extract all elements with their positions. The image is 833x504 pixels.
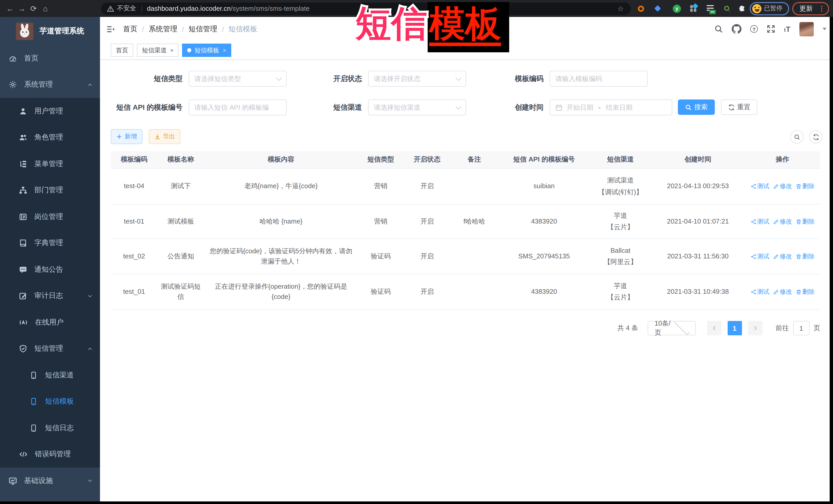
sidebar-item-0[interactable]: 首页 xyxy=(0,45,100,72)
hamburger-icon[interactable] xyxy=(106,25,115,33)
sidebar-item-10[interactable]: 在线用户 xyxy=(0,309,100,336)
test-action-link[interactable]: 测试 xyxy=(751,287,769,296)
cell: SMS_207945135 xyxy=(498,251,590,262)
trash-icon xyxy=(795,289,801,294)
chevron-down-icon xyxy=(674,319,690,335)
address-bar[interactable]: 不安全 dashboard.yudao.iocoder.cn /system/s… xyxy=(101,2,631,15)
delete-action-link[interactable]: 删除 xyxy=(795,182,814,191)
sidebar-item-6[interactable]: 岗位管理 xyxy=(0,203,100,230)
app-header: 首页/系统管理/短信管理/短信模板 ? tT xyxy=(100,17,829,41)
next-page-button[interactable] xyxy=(748,321,762,335)
test-action-link[interactable]: 测试 xyxy=(751,217,769,226)
edit-action-link[interactable]: 修改 xyxy=(773,182,792,191)
cell: 开启 xyxy=(404,251,451,262)
extension-ring-icon[interactable] xyxy=(635,0,647,17)
search-icon[interactable] xyxy=(714,25,723,33)
close-icon[interactable]: × xyxy=(170,47,173,53)
actions-cell: 测试修改删除 xyxy=(745,182,820,191)
delete-action-link[interactable]: 删除 xyxy=(795,217,814,226)
bookmark-star-icon[interactable]: ☆ xyxy=(617,0,624,17)
test-action-link[interactable]: 测试 xyxy=(751,251,769,261)
sidebar-item-13[interactable]: 短信模板 xyxy=(0,388,100,415)
chevron-down-icon xyxy=(276,75,282,81)
sidebar-item-9[interactable]: 审计日志 xyxy=(0,283,100,309)
delete-action-link[interactable]: 删除 xyxy=(795,251,814,261)
table-search-icon[interactable] xyxy=(790,130,804,144)
cell: 营销 xyxy=(358,216,404,226)
fullscreen-icon[interactable] xyxy=(767,25,775,33)
edit-action-link[interactable]: 修改 xyxy=(773,251,792,261)
sidebar-item-7[interactable]: 字典管理 xyxy=(0,230,100,256)
actions-cell: 测试修改删除 xyxy=(745,287,820,296)
extensions-puzzle-icon[interactable] xyxy=(736,0,748,17)
extension-magnifier-icon[interactable] xyxy=(721,0,733,17)
github-icon[interactable] xyxy=(732,24,741,34)
search-button[interactable]: 搜索 xyxy=(678,99,715,115)
browser-back-icon[interactable]: ← xyxy=(4,4,16,13)
extension-grid-icon[interactable] xyxy=(687,0,699,17)
sidebar-item-11[interactable]: 短信管理 xyxy=(0,336,100,362)
current-page-button[interactable]: 1 xyxy=(728,321,742,335)
breadcrumb-item: 短信模板 xyxy=(229,24,257,33)
browser-profile-chip[interactable]: 已暂停 xyxy=(750,2,789,15)
actions-cell: 测试修改删除 xyxy=(745,217,820,226)
breadcrumb-item[interactable]: 短信管理 xyxy=(189,24,217,33)
sidebar-item-14[interactable]: 短信日志 xyxy=(0,415,100,441)
tab-短信渠道[interactable]: 短信渠道× xyxy=(137,44,179,57)
extension-y-icon[interactable]: y xyxy=(671,0,683,17)
prev-page-button[interactable] xyxy=(707,321,721,335)
cell: 公告通知 xyxy=(158,251,204,262)
chevron-down-icon xyxy=(456,75,461,81)
user-avatar[interactable] xyxy=(799,22,813,36)
close-icon[interactable]: × xyxy=(223,47,226,53)
sidebar-item-4[interactable]: 菜单管理 xyxy=(0,151,100,177)
app-logo xyxy=(16,22,33,40)
table-refresh-icon[interactable] xyxy=(809,130,823,144)
extension-list-on-icon[interactable]: on xyxy=(704,0,716,17)
cell: test-01 xyxy=(111,216,158,226)
sidebar-item-5[interactable]: 部门管理 xyxy=(0,177,100,203)
sidebar-item-2[interactable]: 用户管理 xyxy=(0,98,100,124)
api-template-id-input[interactable] xyxy=(194,103,281,111)
test-action-link[interactable]: 测试 xyxy=(751,182,769,191)
reset-button[interactable]: 重置 xyxy=(721,99,757,115)
sidebar-item-16[interactable]: 基础设施 xyxy=(0,467,100,494)
goto-page-input[interactable] xyxy=(793,321,809,335)
browser-forward-icon[interactable]: → xyxy=(16,4,28,13)
sidebar-item-12[interactable]: 短信渠道 xyxy=(0,362,100,388)
delete-action-link[interactable]: 删除 xyxy=(795,287,814,296)
sms-type-select[interactable]: 请选择短信类型 xyxy=(189,71,287,87)
sidebar-item-1[interactable]: 系统管理 xyxy=(0,72,100,98)
sms-channel-label: 短信渠道 xyxy=(290,99,362,115)
browser-home-icon[interactable]: ⌂ xyxy=(40,4,51,13)
breadcrumb-item[interactable]: 系统管理 xyxy=(149,24,177,33)
edit-action-link[interactable]: 修改 xyxy=(773,217,792,226)
extension-gem-icon[interactable] xyxy=(651,0,664,17)
page-size-select[interactable]: 10条/页 xyxy=(647,321,696,335)
tab-首页[interactable]: 首页 xyxy=(111,44,133,57)
profile-avatar xyxy=(752,4,761,13)
help-icon[interactable]: ? xyxy=(750,25,758,33)
sidebar-item-label: 字典管理 xyxy=(34,239,63,248)
app-logo-row[interactable]: 芋道管理系统 xyxy=(0,17,100,45)
browser-update-button[interactable]: 更新 ⋮ xyxy=(792,2,829,15)
browser-reload-icon[interactable]: ⟳ xyxy=(28,4,40,13)
browser-menu-icon[interactable]: ⋮ xyxy=(818,5,825,12)
sms-channel-select[interactable]: 请选择短信渠道 xyxy=(368,99,466,115)
column-header: 模板名称 xyxy=(158,154,204,165)
tab-短信模板[interactable]: 短信模板× xyxy=(182,44,231,57)
create-time-range-picker[interactable]: 开始日期 - 结束日期 xyxy=(550,99,672,115)
edit-action-link[interactable]: 修改 xyxy=(773,287,792,296)
breadcrumb-item[interactable]: 首页 xyxy=(123,24,137,33)
sidebar-item-3[interactable]: 角色管理 xyxy=(0,124,100,151)
export-button[interactable]: 导出 xyxy=(149,129,181,144)
add-button[interactable]: 新增 xyxy=(111,129,143,144)
security-label[interactable]: 不安全 xyxy=(117,4,136,13)
open-status-select[interactable]: 请选择开启状态 xyxy=(368,71,466,87)
sidebar-item-15[interactable]: 错误码管理 xyxy=(0,441,100,467)
chevron-down-icon xyxy=(87,478,93,484)
sidebar-item-8[interactable]: 通知公告 xyxy=(0,256,100,283)
font-size-icon[interactable]: tT xyxy=(784,25,790,33)
avatar-caret-icon[interactable] xyxy=(822,28,826,30)
template-code-input[interactable] xyxy=(555,75,642,82)
